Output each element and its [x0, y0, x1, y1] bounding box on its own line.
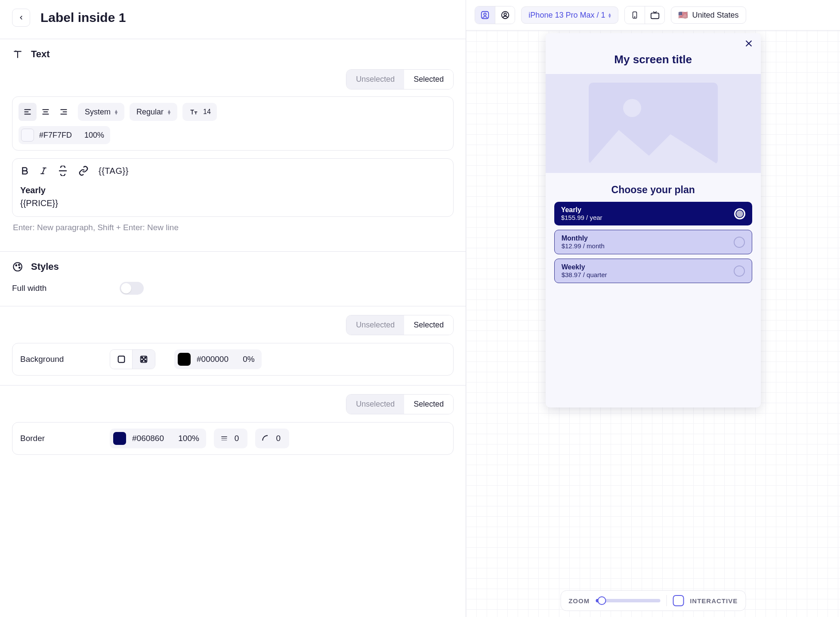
text-state-tabs: Unselected Selected — [346, 69, 454, 89]
text-color-opacity: 100% — [84, 131, 104, 140]
tab-unselected[interactable]: Unselected — [346, 395, 404, 414]
border-radius-input[interactable]: 0 — [255, 429, 289, 448]
country-value: United States — [692, 11, 738, 20]
font-size-input[interactable]: 14 — [182, 103, 217, 121]
tab-selected[interactable]: Selected — [404, 70, 453, 89]
text-color-swatch — [21, 129, 34, 142]
text-color-hex: #F7F7FD — [39, 131, 72, 140]
align-right-icon — [59, 108, 68, 116]
fill-solid-button[interactable] — [110, 350, 133, 369]
radio-unselected-icon — [734, 265, 745, 277]
back-button[interactable] — [12, 9, 30, 27]
radio-unselected-icon — [734, 237, 745, 248]
full-width-label: Full width — [12, 284, 46, 293]
strikethrough-icon[interactable] — [57, 166, 68, 176]
align-right-button[interactable] — [55, 103, 73, 121]
editor-line-2: {{PRICE}} — [20, 197, 445, 210]
border-width-input[interactable]: 0 — [214, 429, 248, 448]
svg-point-14 — [15, 265, 17, 266]
tab-unselected[interactable]: Unselected — [346, 70, 404, 89]
rich-text-editor: {{TAG}} Yearly {{PRICE}} — [12, 158, 454, 217]
svg-rect-21 — [143, 358, 145, 360]
interactive-checkbox[interactable] — [673, 595, 684, 606]
svg-rect-23 — [145, 360, 146, 362]
svg-rect-19 — [142, 357, 143, 359]
border-opacity: 100% — [178, 434, 199, 443]
font-weight-dropdown[interactable]: Regular ▴▾ — [130, 103, 177, 121]
chevron-up-down-icon: ▴▾ — [608, 12, 611, 18]
svg-point-13 — [13, 262, 22, 271]
plan-name: Monthly — [562, 234, 605, 242]
zoom-slider[interactable] — [596, 599, 660, 602]
interactive-label: INTERACTIVE — [690, 597, 738, 605]
palette-icon — [12, 261, 23, 272]
editor-line-1: Yearly — [20, 184, 445, 197]
plan-price: $12.99 / month — [562, 242, 605, 250]
link-icon[interactable] — [78, 166, 89, 176]
orientation-portrait-button[interactable] — [625, 6, 645, 24]
svg-rect-33 — [651, 13, 659, 19]
full-width-toggle[interactable] — [120, 282, 144, 295]
preview-hero-placeholder — [546, 74, 761, 173]
italic-icon[interactable] — [39, 166, 48, 176]
bold-icon[interactable] — [20, 166, 30, 176]
plan-option-yearly[interactable]: Yearly $155.99 / year — [554, 202, 752, 225]
corner-radius-icon — [261, 434, 270, 443]
plan-price: $38.97 / quarter — [562, 271, 607, 278]
mode-edit-button[interactable] — [475, 6, 495, 24]
insert-tag-button[interactable]: {{TAG}} — [99, 166, 129, 176]
radio-selected-icon — [734, 208, 745, 219]
border-radius-value: 0 — [276, 434, 281, 443]
border-label: Border — [20, 434, 76, 443]
close-button[interactable] — [744, 39, 753, 48]
chevron-up-down-icon: ▴▾ — [115, 109, 117, 114]
plan-price: $155.99 / year — [561, 214, 602, 221]
plan-name: Weekly — [562, 263, 607, 271]
editor-hint: Enter: New paragraph, Shift + Enter: New… — [12, 223, 454, 232]
orientation-tv-button[interactable] — [645, 6, 664, 24]
border-color-input[interactable]: #060860 100% — [110, 429, 206, 448]
plan-option-monthly[interactable]: Monthly $12.99 / month — [554, 230, 752, 254]
text-color-input[interactable]: #F7F7FD 100% — [19, 126, 110, 144]
border-width-value: 0 — [235, 434, 239, 443]
svg-point-32 — [635, 17, 636, 18]
tab-unselected[interactable]: Unselected — [346, 315, 404, 335]
plan-option-weekly[interactable]: Weekly $38.97 / quarter — [554, 259, 752, 283]
svg-point-16 — [19, 267, 20, 268]
preview-device-frame: My screen title Choose your plan Yearly … — [546, 33, 761, 407]
country-dropdown[interactable]: 🇺🇸 United States — [671, 6, 746, 24]
svg-rect-17 — [118, 356, 124, 363]
font-family-dropdown[interactable]: System ▴▾ — [78, 103, 124, 121]
image-placeholder-icon — [589, 113, 718, 164]
font-family-value: System — [85, 108, 111, 117]
device-value: iPhone 13 Pro Max / 1 — [528, 11, 605, 20]
align-center-button[interactable] — [37, 103, 55, 121]
border-hex: #060860 — [132, 434, 164, 443]
text-icon — [12, 49, 23, 60]
svg-point-15 — [19, 264, 20, 265]
svg-line-11 — [43, 168, 45, 173]
align-left-button[interactable] — [19, 103, 37, 121]
page-title: Label inside 1 — [40, 10, 126, 25]
tab-selected[interactable]: Selected — [404, 315, 453, 335]
fill-image-button[interactable] — [133, 350, 155, 369]
svg-rect-20 — [145, 357, 146, 359]
font-weight-value: Regular — [136, 108, 164, 117]
background-opacity: 0% — [243, 355, 254, 364]
font-size-icon — [188, 108, 199, 116]
background-fill-type — [110, 349, 155, 369]
square-icon — [117, 355, 126, 364]
person-rounded-icon — [500, 10, 510, 20]
svg-point-30 — [504, 13, 506, 15]
device-dropdown[interactable]: iPhone 13 Pro Max / 1 ▴▾ — [521, 6, 618, 24]
editor-content[interactable]: Yearly {{PRICE}} — [20, 184, 445, 210]
background-color-input[interactable]: #000000 0% — [174, 349, 262, 369]
tab-selected[interactable]: Selected — [404, 395, 453, 414]
preview-plan-heading: Choose your plan — [546, 173, 761, 202]
close-icon — [744, 39, 753, 48]
chevron-left-icon — [18, 14, 24, 22]
mode-preview-button[interactable] — [495, 6, 515, 24]
tv-icon — [650, 10, 660, 20]
background-hex: #000000 — [197, 355, 229, 364]
border-state-tabs: Unselected Selected — [346, 394, 454, 414]
